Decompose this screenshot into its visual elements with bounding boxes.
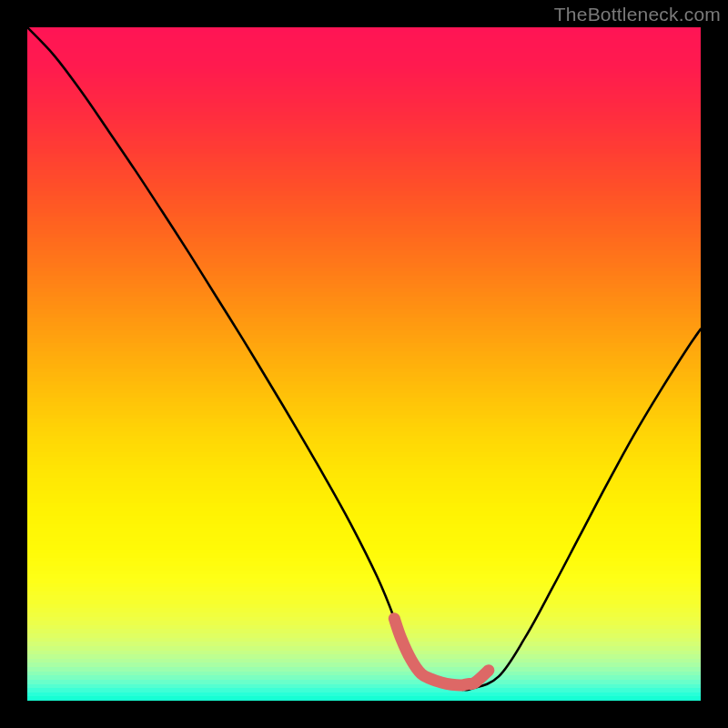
background-gradient bbox=[27, 27, 701, 701]
plot-area bbox=[27, 27, 701, 701]
chart-frame: TheBottleneck.com bbox=[0, 0, 728, 728]
watermark-text: TheBottleneck.com bbox=[554, 4, 721, 25]
